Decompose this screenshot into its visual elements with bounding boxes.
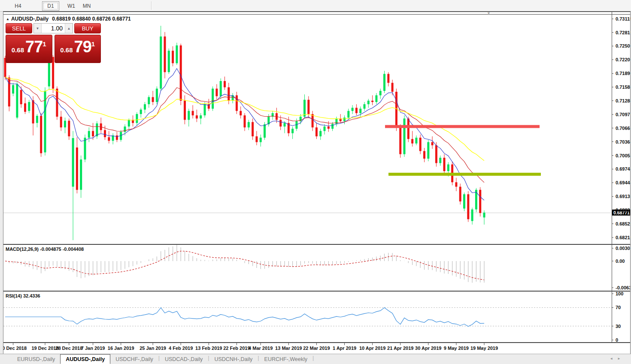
price-axis-label: 0.73115 [616,16,630,21]
candle-body [248,122,250,128]
timeframe-mn-button[interactable]: MN [79,1,94,11]
tab-usdcad-daily[interactable]: USDCAD-,Daily [160,354,208,364]
tab-scroll-left-icon: ◄ [610,357,617,361]
price-axis-label: 0.72200 [616,57,630,62]
candle-body [16,84,18,117]
lot-increase-button[interactable]: ▲ [65,24,73,33]
candle-body [56,89,58,117]
candle-body [391,83,394,92]
candle-body [84,138,86,159]
candle-body [20,90,22,104]
candle-body [455,182,457,187]
candle-body [8,78,10,107]
tab-eurusd-daily[interactable]: EURUSD-,Daily [12,354,60,364]
collapse-arrow-icon[interactable]: ▲ [6,17,9,21]
tab-separator: | [312,354,314,361]
resistance-level-line[interactable] [385,125,540,128]
candle-body [124,126,126,132]
candle-body [399,127,401,154]
candle-body [212,89,214,109]
candle-body [215,89,218,96]
buy-price-base: 0.68 [60,46,73,54]
candle-body [407,118,410,139]
price-chart-canvas[interactable]: 0.687710.731150.728100.725050.722000.718… [3,12,630,352]
date-axis-border [3,342,630,343]
price-axis-label: 0.70665 [616,126,630,131]
date-axis-label: 10 Dec 2018 [3,346,27,351]
tab-audusd-daily[interactable]: AUDUSD-,Daily [60,354,110,364]
candle-body [104,130,106,137]
date-axis-label: 7 Jan 2019 [81,346,105,351]
candle-body [347,111,349,118]
lot-decrease-button[interactable]: ▼ [34,24,42,33]
candle-body [24,103,26,112]
price-axis-label: 0.72810 [616,30,630,35]
date-axis-label: 13 Feb 2019 [195,346,222,351]
buy-button[interactable]: BUY [74,23,101,33]
tab-eurchf-weekly[interactable]: EURCHF-,Weekly [259,354,312,364]
one-click-trade-panel: SELL ▼ 1.00 ▲ BUY 0.68771 0.68791 [6,23,101,63]
chart-shift-marker-icon[interactable]: ▼ [487,11,491,15]
tab-scroll-right-icon: ► [617,357,625,361]
candle-body [264,124,266,138]
candle-body [279,120,282,127]
date-axis-label: 16 Jan 2019 [108,346,134,351]
candle-body [32,100,34,123]
candle-body [467,194,469,219]
candle-body [12,85,14,93]
date-axis-label: 30 Apr 2019 [415,346,441,351]
sell-price-big: 77 [25,39,42,54]
macd-axis-label: 0.003035 [616,246,630,251]
candle-body [176,45,178,63]
date-axis-label: 19 Dec 2018 [32,346,59,351]
price-axis-label: 0.68520 [616,221,630,226]
candle-body [188,111,190,120]
candle-body [36,116,38,123]
support-level-line[interactable] [388,173,541,176]
timeframe-w1-button[interactable]: W1 [64,1,79,11]
chart-symbol-label: AUDUSD-,Daily [11,16,49,22]
candle-body [184,101,186,120]
macd-panel-splitter[interactable] [3,244,630,245]
rsi-panel-splitter[interactable] [3,291,630,292]
candle-body [291,129,294,133]
tab-usdchf-daily[interactable]: USDCHF-,Daily [110,354,158,364]
candle-body [88,131,90,138]
sell-price-tile[interactable]: 0.68771 [6,35,52,63]
price-axis-label: 0.71585 [616,84,630,90]
candle-body [435,145,437,163]
candle-body [355,108,358,113]
candle-body [152,97,154,102]
tab-usdcnh-daily[interactable]: USDCNH-,Daily [209,354,258,364]
timeframe-toolbar: H4 D1 W1 MN [0,0,631,12]
buy-price-tile[interactable]: 0.68791 [55,35,101,63]
candle-body [224,81,226,87]
price-axis-border[interactable] [612,12,612,343]
sell-button[interactable]: SELL [6,23,32,33]
price-axis-label: 0.71890 [616,71,630,76]
rsi-axis-label: 70 [616,305,621,310]
candle-body [303,100,306,117]
price-axis-label: 0.69745 [616,166,630,171]
candle-body [260,138,262,142]
sell-price-base: 0.68 [12,46,24,54]
current-price-line [3,213,612,213]
timeframe-d1-button[interactable]: D1 [42,1,59,11]
candle-body [164,36,166,72]
tab-scroll-arrows[interactable]: ◄► [610,357,625,361]
price-axis-label: 0.71280 [616,98,630,103]
chart-window: 0.687710.731150.728100.725050.722000.718… [3,11,631,354]
chart-tab-bar: EURUSD-,Daily AUDUSD-,Daily USDCHF-,Dail… [0,354,631,364]
candle-body [112,135,114,141]
date-axis-label: 4 Mar 2019 [249,346,273,351]
rsi-axis-label: 100 [616,291,623,296]
candle-body [180,45,182,101]
timeframe-h4-button[interactable]: H4 [10,1,26,11]
lot-size-value[interactable]: 1.00 [42,24,65,33]
candle-body [148,97,150,105]
candle-body [371,101,373,102]
rsi-line [5,308,484,327]
candle-body [92,131,94,137]
candle-body [335,118,337,124]
candle-body [204,104,206,115]
